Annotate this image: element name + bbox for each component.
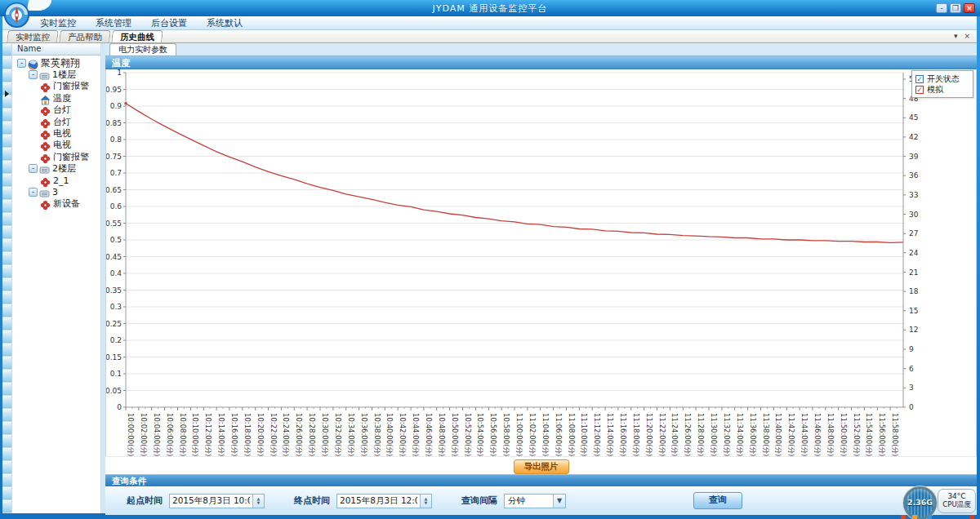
svg-text:0.4: 0.4 bbox=[110, 269, 122, 277]
tab-close-icon[interactable]: × bbox=[964, 32, 970, 40]
minimize-button[interactable]: - bbox=[936, 3, 947, 13]
subtab-power-params[interactable]: 电力实时参数 bbox=[109, 43, 176, 55]
query-button[interactable]: 查询 bbox=[693, 492, 742, 509]
svg-text:11:02:00(分): 11:02:00(分) bbox=[528, 413, 537, 456]
svg-text:10:16:00(分): 10:16:00(分) bbox=[230, 413, 238, 456]
svg-text:10:12:00(分): 10:12:00(分) bbox=[204, 413, 212, 456]
tree-item[interactable]: -1楼层 bbox=[12, 69, 100, 80]
tab[interactable]: 历史曲线 bbox=[111, 30, 163, 42]
svg-text:33: 33 bbox=[909, 191, 918, 199]
svg-text:10:06:00(分): 10:06:00(分) bbox=[166, 413, 174, 456]
svg-text:11:12:00(分): 11:12:00(分) bbox=[593, 413, 601, 456]
tree-item-label: 1楼层 bbox=[52, 69, 76, 81]
tree-item[interactable]: 新设备 bbox=[12, 198, 100, 210]
tree-item[interactable]: 温度 bbox=[12, 92, 100, 104]
export-photo-button[interactable]: 导出照片 bbox=[514, 459, 569, 474]
tree-expander-minus-icon[interactable]: - bbox=[29, 164, 38, 173]
svg-text:10:32:00(分): 10:32:00(分) bbox=[334, 413, 342, 456]
end-time-input[interactable] bbox=[337, 495, 420, 507]
menu-item[interactable]: 系统默认 bbox=[203, 16, 247, 30]
tab[interactable]: 产品帮助 bbox=[59, 30, 111, 42]
svg-text:0.65: 0.65 bbox=[106, 186, 122, 194]
svg-text:11:38:00(分): 11:38:00(分) bbox=[762, 413, 770, 456]
start-time-field: ▲▼ bbox=[169, 494, 265, 508]
close-button[interactable]: × bbox=[964, 3, 975, 13]
svg-text:11:28:00(分): 11:28:00(分) bbox=[697, 413, 705, 456]
svg-text:0.25: 0.25 bbox=[106, 320, 122, 328]
chevron-down-icon[interactable]: ▼ bbox=[553, 495, 565, 508]
end-time-spinner[interactable]: ▲▼ bbox=[420, 495, 431, 508]
maximize-button[interactable]: ❐ bbox=[950, 3, 961, 13]
app-logo-icon bbox=[3, 2, 30, 29]
chart-title-bar: 温度 bbox=[105, 56, 977, 69]
svg-text:11:54:00(分): 11:54:00(分) bbox=[865, 413, 873, 456]
svg-text:11:34:00(分): 11:34:00(分) bbox=[736, 413, 744, 456]
tab-strip: 实时监控产品帮助历史曲线 ▾ × bbox=[2, 30, 977, 43]
menu-item[interactable]: 后台设置 bbox=[147, 16, 191, 30]
cpu-temp-badge[interactable]: 34°C CPU温度 bbox=[938, 489, 976, 513]
svg-text:10:20:00(分): 10:20:00(分) bbox=[256, 413, 265, 456]
svg-text:11:14:00(分): 11:14:00(分) bbox=[606, 413, 614, 456]
menu-item[interactable]: 实时监控 bbox=[36, 16, 80, 30]
collapse-strip[interactable] bbox=[2, 43, 12, 513]
tab[interactable]: 实时监控 bbox=[7, 30, 59, 42]
svg-text:11:10:00(分): 11:10:00(分) bbox=[580, 413, 588, 456]
tree-item[interactable]: 电视 bbox=[12, 127, 100, 139]
svg-text:0.55: 0.55 bbox=[106, 220, 122, 228]
svg-text:42: 42 bbox=[909, 133, 918, 141]
svg-text:10:34:00(分): 10:34:00(分) bbox=[347, 413, 355, 456]
svg-text:10:00:00(分): 10:00:00(分) bbox=[127, 413, 135, 456]
svg-text:10:50:00(分): 10:50:00(分) bbox=[451, 413, 459, 456]
svg-text:0.7: 0.7 bbox=[110, 169, 122, 177]
interval-select[interactable]: 分钟 ▼ bbox=[504, 494, 566, 508]
tree-item[interactable]: -2楼层 bbox=[12, 163, 100, 175]
legend-label: 开关状态 bbox=[927, 73, 960, 85]
tree-item[interactable]: -聚英翱翔 bbox=[12, 57, 100, 69]
cpu-temp-value: 34°C bbox=[938, 492, 975, 500]
legend-item[interactable]: ✓开关状态 bbox=[915, 73, 969, 84]
title-bar[interactable]: JYDAM 通用设备监控平台 - ❐ × bbox=[0, 0, 980, 16]
svg-text:0.8: 0.8 bbox=[110, 135, 122, 144]
tree-item[interactable]: 电视 bbox=[12, 140, 100, 151]
svg-text:10:18:00(分): 10:18:00(分) bbox=[243, 413, 252, 456]
menu-bar: 实时监控系统管理后台设置系统默认 bbox=[2, 16, 977, 30]
tree-item-label: 门窗报警 bbox=[53, 80, 89, 92]
tree-item[interactable]: 2_1 bbox=[12, 175, 100, 186]
tree-expander-minus-icon[interactable]: - bbox=[17, 59, 26, 68]
tree-item[interactable]: 门窗报警 bbox=[12, 151, 100, 162]
svg-text:15: 15 bbox=[909, 307, 918, 315]
globe-icon bbox=[28, 58, 38, 69]
svg-text:10:58:00(分): 10:58:00(分) bbox=[502, 413, 510, 456]
collapse-arrow-icon[interactable] bbox=[5, 91, 9, 97]
tab-overflow-icon[interactable]: ▾ bbox=[954, 32, 958, 40]
fan-icon bbox=[40, 152, 51, 162]
tree-expander-minus-icon[interactable]: - bbox=[29, 188, 38, 197]
legend-checkbox[interactable]: ✓ bbox=[915, 86, 924, 94]
end-time-field: ▲▼ bbox=[336, 494, 432, 508]
svg-text:10:10:00(分): 10:10:00(分) bbox=[191, 413, 199, 456]
tree-item[interactable]: 台灯 bbox=[12, 116, 100, 127]
svg-text:24: 24 bbox=[909, 249, 919, 257]
tree-expander-minus-icon[interactable]: - bbox=[29, 70, 38, 79]
svg-text:10:42:00(分): 10:42:00(分) bbox=[399, 413, 407, 456]
tree-item[interactable]: 台灯 bbox=[12, 104, 100, 116]
svg-text:10:24:00(分): 10:24:00(分) bbox=[282, 413, 290, 456]
menu-item[interactable]: 系统管理 bbox=[91, 16, 136, 30]
legend-item[interactable]: ✓模拟 bbox=[915, 84, 969, 95]
start-time-spinner[interactable]: ▲▼ bbox=[252, 495, 264, 508]
tree-item[interactable]: -3 bbox=[12, 186, 100, 197]
svg-text:9: 9 bbox=[909, 345, 914, 353]
spinner-down-icon[interactable]: ▼ bbox=[257, 501, 261, 505]
svg-text:0: 0 bbox=[909, 403, 914, 411]
legend-checkbox[interactable]: ✓ bbox=[915, 75, 924, 83]
tree-item-label: 新设备 bbox=[53, 197, 80, 210]
svg-text:11:16:00(分): 11:16:00(分) bbox=[619, 413, 627, 456]
window-title: JYDAM 通用设备监控平台 bbox=[0, 2, 980, 15]
svg-text:10:22:00(分): 10:22:00(分) bbox=[270, 413, 278, 456]
end-time-label: 终点时间 bbox=[294, 495, 330, 507]
start-time-input[interactable] bbox=[170, 495, 252, 507]
chart-legend: ✓开关状态✓模拟 bbox=[911, 70, 973, 98]
svg-text:11:52:00(分): 11:52:00(分) bbox=[853, 413, 861, 456]
spinner-down-icon[interactable]: ▼ bbox=[425, 501, 428, 505]
tree-item[interactable]: 门窗报警 bbox=[12, 81, 100, 92]
